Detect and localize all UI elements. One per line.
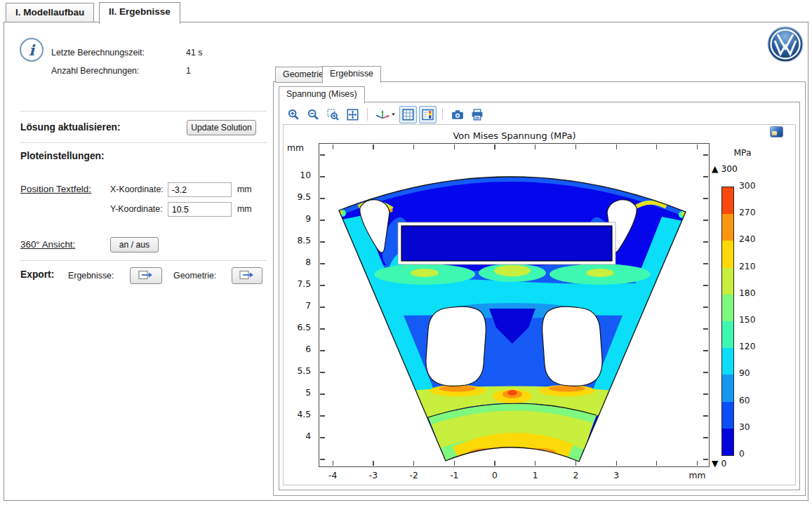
colorbar-tick-label: 60 (739, 396, 750, 405)
rotor-hole-left (426, 307, 486, 386)
tick-label: 0 (481, 471, 509, 480)
snapshot-camera-icon[interactable] (448, 106, 466, 123)
plot-title: Von Mises Spannung (MPa) (319, 130, 710, 141)
tick-label: 4 (281, 431, 311, 441)
position-textfield-label: Position Textfeld: (20, 184, 91, 194)
tick-label: 9 (281, 214, 311, 224)
colorbar-segment (722, 375, 733, 401)
tick-label: -1 (440, 471, 468, 480)
last-computation-label: Letzte Berechnungszeit: (51, 48, 145, 58)
colorbar-tick-label: 180 (739, 288, 755, 298)
tick-label: -4 (319, 471, 347, 480)
grid-toggle-icon[interactable] (399, 106, 417, 123)
plot-box[interactable] (319, 143, 710, 467)
tick-label: 4.5 (281, 410, 311, 419)
export-geometry-label: Geometrie: (173, 271, 216, 281)
tab-ergebnisse[interactable]: II. Ergebnisse (99, 2, 180, 24)
tick-label: 1 (521, 471, 550, 480)
export-results-label: Ergebnisse: (68, 271, 114, 281)
colorbar-tick-label: 30 (739, 422, 750, 432)
colorbar-segment (722, 268, 733, 295)
colorbar-tick-label: 90 (739, 368, 750, 378)
export-heading: Export: (20, 269, 54, 280)
zoom-extents-icon[interactable] (344, 106, 361, 123)
tab-ergebnisse-inner[interactable]: Ergebnisse (322, 66, 381, 83)
tick-label: 2 (561, 471, 590, 480)
colorbar-tick-label: 150 (739, 315, 755, 325)
tick-label: 3 (602, 471, 630, 480)
tab-modellaufbau[interactable]: I. Modellaufbau (6, 3, 94, 22)
rotor-hole-right (543, 307, 602, 386)
tick-label: 8 (281, 257, 311, 267)
magnet (401, 226, 612, 261)
x-coordinate-label: X-Koordinate: (110, 184, 164, 194)
update-solution-label: Lösung aktualisieren: (20, 122, 121, 133)
info-icon: i (20, 38, 44, 62)
zoom-in-icon[interactable] (285, 106, 302, 123)
last-computation-value: 41 s (186, 48, 202, 58)
colorbar-segment (722, 348, 733, 375)
divider (20, 260, 267, 261)
colorbar-tick-label: 270 (739, 208, 755, 217)
colorbar-segment (722, 402, 733, 429)
y-coordinate-input[interactable] (168, 202, 232, 217)
divider (20, 142, 267, 143)
toolbar-separator (367, 108, 368, 121)
divider (20, 111, 267, 112)
y-axis-tick-labels: 44.555.566.577.588.599.510 (281, 143, 315, 466)
colorbar-tick-label: 240 (739, 234, 755, 244)
colorbar-under-range: ▼ 0 (712, 459, 726, 469)
colorbar-segment (722, 429, 733, 455)
plot-settings-heading: Ploteinstellungen: (20, 151, 105, 161)
zoom-out-icon[interactable] (305, 106, 322, 123)
computation-count-label: Anzahl Berechnungen: (51, 66, 139, 76)
update-solution-button[interactable]: Update Solution (187, 120, 256, 135)
view-360-toggle-button[interactable]: an / aus (110, 237, 159, 252)
tick-label: 5.5 (281, 366, 311, 376)
y-coordinate-unit: mm (237, 204, 252, 214)
tick-label: 6.5 (281, 323, 311, 332)
colorbar-tick-label: 120 (739, 342, 755, 351)
tick-label: 8.5 (281, 236, 311, 245)
color-legend-toggle-icon[interactable] (419, 106, 437, 123)
colorbar (721, 187, 734, 456)
tick-label: mm (684, 471, 712, 480)
colorbar-segment (722, 241, 733, 267)
tick-label: 10 (281, 170, 311, 180)
export-results-button[interactable] (130, 267, 162, 284)
tick-label: 7.5 (281, 279, 311, 289)
plot-window-icon[interactable] (770, 126, 783, 137)
tick-label: -2 (400, 471, 428, 480)
tick-label: 6 (281, 344, 311, 354)
tick-label: 9.5 (281, 192, 311, 202)
colorbar-segment (722, 321, 733, 348)
computation-count-value: 1 (186, 66, 191, 76)
tick-label: -3 (359, 471, 387, 480)
x-coordinate-input[interactable] (168, 182, 232, 197)
print-icon[interactable] (468, 106, 486, 123)
colorbar-segment (722, 214, 733, 241)
toolbar-separator (442, 108, 443, 121)
colorbar-tick-label: 0 (739, 449, 745, 459)
x-axis-tick-labels: -4-3-2-10123mm (319, 469, 710, 482)
tick-label: 5 (281, 388, 311, 398)
colorbar-segment (722, 187, 733, 214)
app-window: I. Modellaufbau II. Ergebnisse i Letzte … (0, 0, 812, 505)
export-icon (138, 270, 154, 282)
colorbar-unit: MPa (727, 148, 758, 158)
view-360-label: 360° Ansicht: (20, 239, 75, 250)
tab-spannung-mises[interactable]: Spannung (Mises) (279, 86, 365, 103)
export-geometry-button[interactable] (232, 267, 262, 284)
export-icon (239, 270, 255, 282)
x-coordinate-unit: mm (237, 184, 252, 194)
graphics-toolbar (285, 105, 486, 123)
colorbar-segment (722, 295, 733, 321)
stress-contour-wedge (319, 144, 709, 466)
vw-logo (766, 25, 804, 66)
tick-label: 7 (281, 301, 311, 311)
colorbar-over-range: ▲ 300 (712, 164, 738, 174)
colorbar-tick-label: 210 (739, 262, 755, 271)
colorbar-tick-label: 300 (739, 181, 755, 191)
view-orientation-icon[interactable] (373, 106, 397, 123)
zoom-box-icon[interactable] (324, 106, 342, 123)
